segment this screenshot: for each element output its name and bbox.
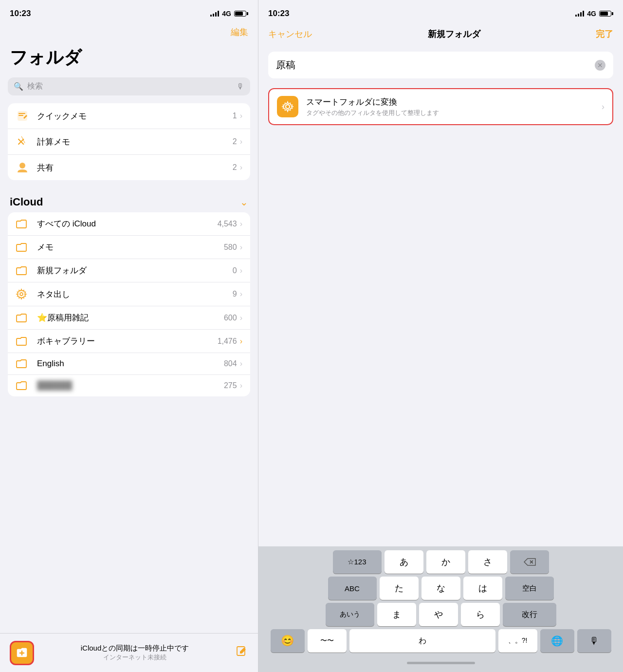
left-status-bar: 10:23 4G — [0, 0, 258, 24]
chevron-icon: › — [240, 290, 242, 299]
key-ya[interactable]: や — [419, 603, 458, 626]
folder-icon — [16, 266, 31, 276]
right-panel: 10:23 4G キャンセル 新規フォルダ 完了 原稿 ✕ — [258, 0, 623, 672]
icloud-section-title: iCloud — [10, 196, 43, 208]
keyboard-row-3: あいう ま や ら 改行 — [260, 603, 621, 626]
folder-count: 600 — [224, 314, 237, 322]
key-ra[interactable]: ら — [461, 603, 500, 626]
edit-button[interactable]: 編集 — [231, 26, 248, 38]
search-bar[interactable]: 🔍 検索 🎙 — [8, 77, 250, 95]
sync-status-main: iCloudとの同期は一時停止中です — [34, 644, 236, 653]
home-indicator — [260, 655, 621, 670]
calc-icon: ✕ ╲ — [16, 135, 31, 149]
sync-status-sub: インターネット未接続 — [34, 653, 236, 662]
folder-count: 580 — [224, 243, 237, 252]
right-status-bar: 10:23 4G — [258, 0, 623, 24]
emoji-key[interactable]: 😊 — [271, 629, 305, 653]
keyboard-row-2: ABC た な は 空白 — [260, 577, 621, 600]
key-a[interactable]: あ — [385, 550, 423, 574]
key-punctuation[interactable]: 、。?! — [498, 629, 537, 653]
space-key[interactable]: 空白 — [505, 577, 554, 600]
list-item[interactable]: ██████ 275 › — [8, 375, 250, 396]
folder-icon — [16, 359, 31, 369]
input-value[interactable]: 原稿 — [276, 58, 295, 72]
svg-text:╲: ╲ — [21, 136, 25, 143]
search-icon: 🔍 — [14, 82, 23, 91]
left-time: 10:23 — [10, 9, 31, 19]
folder-name-input[interactable]: 原稿 ✕ — [268, 52, 613, 78]
sync-status: iCloudとの同期は一時停止中です インターネット未接続 — [34, 644, 236, 662]
folder-name: 共有 — [37, 162, 233, 173]
keyboard[interactable]: ☆123 あ か さ ABC た な は 空白 あいう ま や ら — [258, 546, 623, 672]
delete-key[interactable] — [510, 550, 549, 574]
smart-folder-chevron-icon: › — [602, 102, 605, 112]
list-item[interactable]: ✕ ╲ 計算メモ 2 › — [8, 129, 250, 155]
left-panel: 10:23 4G 編集 フォルダ 🔍 検索 🎙 — [0, 0, 258, 672]
voice-key[interactable]: 🎙 — [577, 629, 611, 653]
folder-icon — [16, 313, 31, 323]
smart-folder-text: スマートフォルダに変換 タグやその他のフィルタを使用して整理します — [306, 96, 594, 117]
folder-icon — [16, 243, 31, 252]
key-ma[interactable]: ま — [377, 603, 416, 626]
folder-count: 2 — [233, 163, 237, 172]
svg-rect-2 — [18, 115, 23, 116]
content-area — [268, 133, 613, 542]
folder-name: 計算メモ — [37, 136, 233, 148]
page-title: フォルダ — [0, 42, 258, 77]
key-tilde[interactable]: 〜〜 — [308, 629, 347, 653]
folder-name: ネタ出し — [37, 289, 233, 300]
key-ta[interactable]: た — [380, 577, 419, 600]
mic-key[interactable]: 🌐 — [540, 629, 574, 653]
new-folder-button[interactable] — [10, 641, 34, 665]
right-signal-bars — [575, 11, 584, 17]
key-ha[interactable]: は — [463, 577, 502, 600]
list-item[interactable]: クイックメモ 1 › — [8, 103, 250, 129]
key-ka[interactable]: か — [426, 550, 465, 574]
right-battery-icon — [599, 11, 613, 17]
key-na[interactable]: な — [421, 577, 460, 600]
key-wa[interactable]: わ — [349, 629, 495, 653]
list-item[interactable]: 新規フォルダ 0 › — [8, 259, 250, 282]
right-nav: キャンセル 新規フォルダ 完了 — [258, 24, 623, 46]
key-abc[interactable]: ABC — [328, 577, 377, 600]
list-item[interactable]: すべての iCloud 4,543 › — [8, 212, 250, 236]
folder-count: 0 — [233, 266, 237, 275]
chevron-icon: › — [240, 359, 242, 368]
keyboard-row-1: ☆123 あ か さ — [260, 550, 621, 574]
smart-folder-card[interactable]: スマートフォルダに変換 タグやその他のフィルタを使用して整理します › — [268, 88, 613, 125]
clear-input-button[interactable]: ✕ — [595, 60, 605, 71]
folder-count: 1 — [233, 112, 237, 120]
key-aiuu[interactable]: あいう — [326, 603, 374, 626]
compose-button[interactable] — [236, 645, 248, 661]
chevron-icon: › — [240, 163, 242, 172]
top-bar: 編集 — [0, 24, 258, 42]
folder-icon — [16, 336, 31, 346]
svg-rect-1 — [18, 113, 25, 114]
mic-icon[interactable]: 🎙 — [237, 82, 244, 91]
list-item[interactable]: 共有 2 › — [8, 155, 250, 180]
list-item[interactable]: メモ 580 › — [8, 236, 250, 259]
key-switch[interactable]: ☆123 — [333, 550, 382, 574]
list-item[interactable]: ⭐原稿用雑記 600 › — [8, 306, 250, 330]
list-item[interactable]: English 804 › — [8, 353, 250, 375]
icloud-collapse-icon[interactable]: ⌄ — [240, 196, 248, 208]
smart-folder-subtitle: タグやその他のフィルタを使用して整理します — [306, 109, 594, 117]
chevron-icon: › — [240, 220, 242, 228]
battery-icon — [234, 11, 248, 17]
folder-count: 804 — [224, 359, 237, 368]
search-placeholder: 検索 — [27, 81, 233, 92]
return-key[interactable]: 改行 — [503, 603, 556, 626]
signal-bars — [210, 11, 219, 17]
folder-name: English — [37, 359, 224, 369]
icloud-section-header: iCloud ⌄ — [0, 192, 258, 212]
nav-title: 新規フォルダ — [428, 28, 480, 40]
done-button[interactable]: 完了 — [596, 28, 613, 40]
cancel-button[interactable]: キャンセル — [268, 28, 312, 40]
right-time: 10:23 — [268, 9, 289, 19]
list-item[interactable]: ネタ出し 9 › — [8, 282, 250, 306]
list-item[interactable]: ボキャブラリー 1,476 › — [8, 330, 250, 353]
chevron-icon: › — [240, 337, 242, 346]
network-label: 4G — [222, 10, 231, 18]
chevron-icon: › — [240, 137, 242, 146]
key-sa[interactable]: さ — [468, 550, 507, 574]
